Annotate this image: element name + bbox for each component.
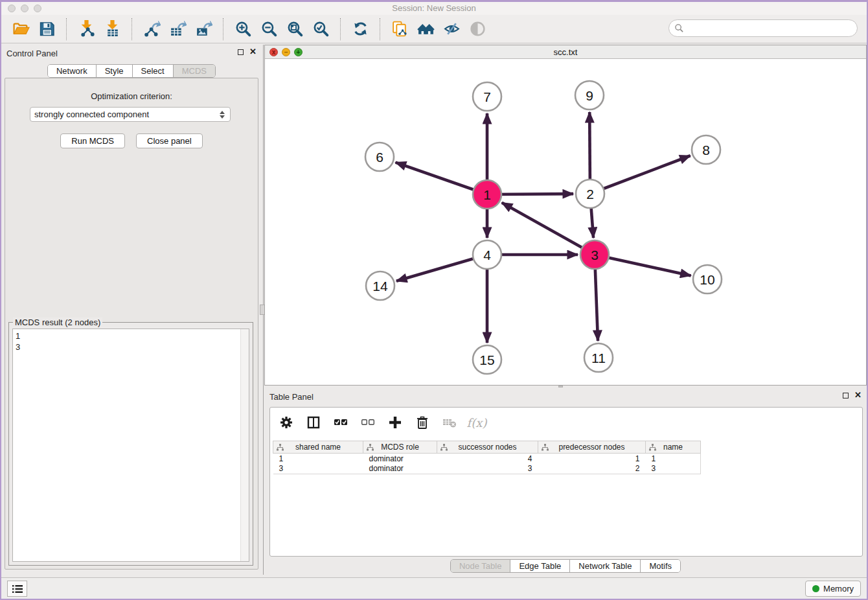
table-cell[interactable]: 3 <box>646 464 701 474</box>
svg-text:4: 4 <box>483 248 491 262</box>
close-panel-button[interactable]: Close panel <box>136 133 203 148</box>
function-builder-icon: f(x) <box>468 414 485 431</box>
svg-text:1: 1 <box>483 187 491 202</box>
table-cell[interactable]: 3 <box>437 464 538 474</box>
show-panels-icon <box>466 18 488 40</box>
column-header-shared-name[interactable]: shared name <box>273 441 363 454</box>
tab-motifs[interactable]: Motifs <box>640 560 680 572</box>
svg-text:7: 7 <box>483 89 491 104</box>
export-image-icon[interactable] <box>192 18 214 40</box>
run-mcds-button[interactable]: Run MCDS <box>60 133 125 148</box>
zoom-out-icon[interactable] <box>258 18 280 40</box>
graph-edge-3-1[interactable] <box>502 203 595 255</box>
graph-node-4[interactable]: 4 <box>473 240 501 269</box>
column-header-predecessor-nodes[interactable]: predecessor nodes <box>538 441 646 454</box>
graph-edge-2-8[interactable] <box>590 156 691 194</box>
graph-node-7[interactable]: 7 <box>473 82 501 111</box>
close-panel-icon[interactable]: ✕ <box>249 49 257 55</box>
table-row[interactable]: 1dominator411 <box>273 454 701 464</box>
tab-network[interactable]: Network <box>48 65 96 77</box>
mcds-result-values: 1 3 <box>13 329 249 354</box>
table-cell[interactable]: dominator <box>363 464 437 474</box>
graph-node-1[interactable]: 1 <box>473 180 501 209</box>
show-all-columns-icon[interactable] <box>332 414 349 431</box>
app-window: Session: New Session Control Panel ✕ Net… <box>0 0 868 600</box>
import-table-icon[interactable] <box>101 18 123 40</box>
tab-network-table[interactable]: Network Table <box>569 560 640 572</box>
horizontal-splitter-handle[interactable] <box>558 386 563 387</box>
memory-status-icon <box>812 585 819 592</box>
tab-node-table[interactable]: Node Table <box>451 560 510 572</box>
svg-text:8: 8 <box>702 143 710 157</box>
mcds-result-title: MCDS result (2 nodes) <box>13 317 102 327</box>
network-canvas[interactable]: 7968124314101511 <box>265 59 866 385</box>
toolbar-separator <box>380 18 380 40</box>
graph-node-11[interactable]: 11 <box>584 343 613 372</box>
zoom-fit-icon[interactable] <box>284 18 306 40</box>
zoom-in-icon[interactable] <box>232 18 254 40</box>
graph-node-14[interactable]: 14 <box>366 271 394 300</box>
tab-mcds[interactable]: MCDS <box>173 65 215 77</box>
window-title: Session: New Session <box>1 3 867 13</box>
import-network-icon[interactable] <box>75 18 97 40</box>
graph-node-15[interactable]: 15 <box>473 345 501 374</box>
svg-text:10: 10 <box>700 272 714 287</box>
panel-menu-button[interactable] <box>7 581 27 597</box>
network-from-selection-icon[interactable] <box>389 18 411 40</box>
graph-node-2[interactable]: 2 <box>576 179 604 208</box>
column-header-successor-nodes[interactable]: successor nodes <box>437 441 538 454</box>
graph-node-8[interactable]: 8 <box>692 135 720 164</box>
refresh-icon[interactable] <box>349 18 371 40</box>
node-table: shared nameMCDS rolesuccessor nodesprede… <box>273 441 701 474</box>
table-cell[interactable]: 1 <box>646 454 701 464</box>
tab-style[interactable]: Style <box>96 65 132 77</box>
graph-node-10[interactable]: 10 <box>693 265 722 294</box>
table-cell[interactable]: 1 <box>273 454 363 464</box>
export-table-icon[interactable] <box>166 18 188 40</box>
close-table-panel-icon[interactable]: ✕ <box>854 392 862 398</box>
column-header-name[interactable]: name <box>646 441 701 454</box>
hide-panels-icon[interactable] <box>440 18 463 40</box>
graph-node-9[interactable]: 9 <box>575 81 604 110</box>
table-panel: Table Panel ✕ f(x) shared nameMCDS roles… <box>264 388 867 575</box>
table-cell[interactable]: 2 <box>538 464 646 474</box>
svg-text:2: 2 <box>586 187 594 202</box>
table-row[interactable]: 3dominator323 <box>273 464 701 474</box>
select-stepper-icon <box>220 111 225 119</box>
column-header-MCDS-role[interactable]: MCDS role <box>363 441 437 454</box>
table-cell[interactable]: 1 <box>538 454 646 464</box>
save-session-icon[interactable] <box>36 18 58 40</box>
table-cell[interactable]: 4 <box>437 454 538 464</box>
tab-select[interactable]: Select <box>132 65 173 77</box>
export-network-icon[interactable] <box>141 18 163 40</box>
home-icon[interactable] <box>415 18 437 40</box>
mcds-result-area[interactable]: 1 3 <box>12 329 249 562</box>
delete-table-icon <box>441 414 458 431</box>
result-scrollbar[interactable] <box>240 329 249 561</box>
zoom-selected-icon[interactable] <box>310 18 332 40</box>
hide-all-columns-icon[interactable] <box>360 414 376 431</box>
tab-edge-table[interactable]: Edge Table <box>510 560 569 572</box>
search-box <box>668 19 858 37</box>
float-panel-icon[interactable] <box>238 49 244 55</box>
float-table-panel-icon[interactable] <box>843 393 849 398</box>
search-icon <box>674 23 684 33</box>
graph-node-3[interactable]: 3 <box>580 240 609 269</box>
table-cell[interactable]: dominator <box>363 454 437 464</box>
delete-column-icon[interactable] <box>414 414 431 431</box>
graph-node-6[interactable]: 6 <box>365 143 394 171</box>
search-input[interactable] <box>687 22 857 35</box>
table-panel-title: Table Panel <box>269 392 314 402</box>
open-file-icon[interactable] <box>10 18 32 40</box>
toolbar-separator <box>223 18 223 40</box>
criterion-select[interactable]: strongly connected component <box>30 107 231 122</box>
memory-button[interactable]: Memory <box>805 581 861 597</box>
node-table-container: f(x) shared nameMCDS rolesuccessor nodes… <box>269 407 863 557</box>
svg-text:9: 9 <box>586 88 593 103</box>
network-window-titlebar[interactable]: x – + scc.txt <box>265 45 866 59</box>
main-toolbar <box>1 15 867 43</box>
table-cell[interactable]: 3 <box>273 464 363 474</box>
add-column-icon[interactable] <box>387 414 404 431</box>
split-panel-icon[interactable] <box>305 414 322 431</box>
gear-icon[interactable] <box>278 414 295 431</box>
